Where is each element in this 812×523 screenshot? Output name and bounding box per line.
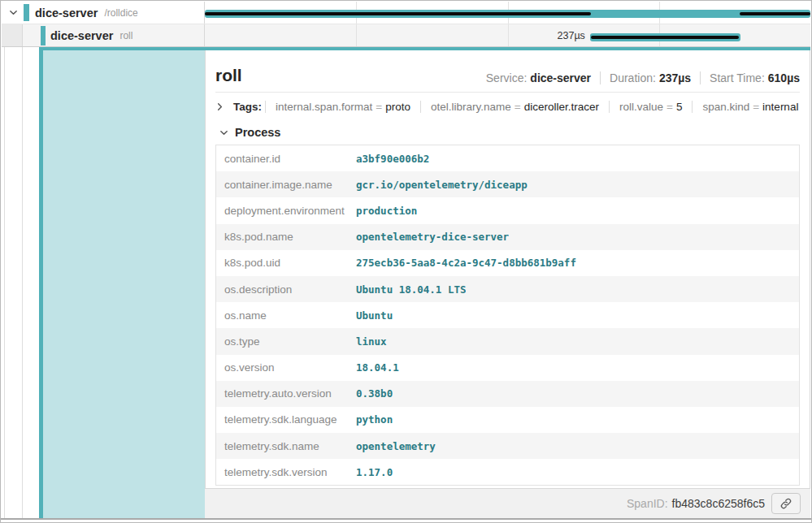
stat-start-time-value: 610µs <box>768 71 800 84</box>
span-stats: Service:dice-server Duration:237µs Start… <box>477 71 800 84</box>
copy-span-link-button[interactable] <box>771 493 801 514</box>
indent-guide-shade <box>2 24 23 46</box>
critical-path-segment <box>205 12 591 15</box>
stat-duration: Duration:237µs <box>600 71 700 84</box>
table-row: os.version18.04.1 <box>216 355 799 381</box>
process-kv-table: container.ida3bf90e006b2 container.image… <box>215 145 800 486</box>
span-title: roll <box>215 67 242 84</box>
tag-item: otel.library.name=diceroller.tracer <box>420 101 609 113</box>
spanid-value: fb483c8c6258f6c5 <box>672 497 765 510</box>
tag-item: internal.span.format=proto <box>265 101 420 113</box>
span-detail-card: roll Service:dice-server Duration:237µs … <box>205 50 810 489</box>
table-row: os.descriptionUbuntu 18.04.1 LTS <box>216 276 799 302</box>
span-detail-region: roll Service:dice-server Duration:237µs … <box>205 47 810 518</box>
selected-span-highlight <box>43 47 205 518</box>
span-color-bar <box>24 4 29 21</box>
operation-name: /rolldice <box>104 7 137 19</box>
critical-path-segment <box>591 36 739 39</box>
span-duration-label: 237µs <box>558 30 585 41</box>
table-row: telemetry.sdk.nameopentelemetry <box>216 433 799 459</box>
table-row: k8s.pod.nameopentelemetry-dice-server <box>216 224 799 250</box>
process-accordion[interactable]: Process <box>215 120 800 145</box>
table-row: os.typelinux <box>216 328 799 354</box>
span-name-cell-rolldice[interactable]: dice-server /rolldice <box>2 2 205 24</box>
span-row-rolldice[interactable]: dice-server /rolldice <box>2 2 810 24</box>
span-bar-roll[interactable] <box>590 33 740 41</box>
indent-guide-line <box>4 47 5 518</box>
timeline-tick <box>508 24 509 46</box>
link-icon <box>779 497 792 510</box>
span-name-cell-roll[interactable]: dice-server roll <box>2 24 205 46</box>
stat-service: Service:dice-server <box>477 71 600 84</box>
table-row: deployment.environmentproduction <box>216 197 799 223</box>
stat-service-value: dice-server <box>530 71 591 84</box>
detail-footer: SpanID: fb483c8c6258f6c5 <box>205 489 810 518</box>
span-color-bar <box>41 26 46 45</box>
stat-duration-value: 237µs <box>659 71 691 84</box>
window-bottom-border <box>1 518 811 520</box>
critical-path-segment <box>740 12 810 15</box>
detail-card-header: roll Service:dice-server Duration:237µs … <box>215 50 800 93</box>
table-row: container.image.namegcr.io/opentelemetry… <box>216 171 799 197</box>
service-name: dice-server <box>50 29 113 42</box>
operation-name: roll <box>119 30 132 41</box>
table-row: telemetry.sdk.version1.17.0 <box>216 459 799 485</box>
span-row-roll[interactable]: dice-server roll 237µs <box>2 24 810 47</box>
span-detail-row: roll Service:dice-server Duration:237µs … <box>2 47 810 518</box>
timeline-row-roll: 237µs <box>205 24 810 46</box>
process-header-label: Process <box>235 126 280 139</box>
tag-item: span.kind=internal <box>692 101 808 113</box>
chevron-right-icon[interactable] <box>215 102 224 111</box>
service-name: dice-server <box>35 6 98 19</box>
span-bar-rolldice[interactable] <box>205 10 810 18</box>
chevron-down-icon[interactable] <box>7 8 20 17</box>
table-row: container.ida3bf90e006b2 <box>216 145 799 171</box>
tags-header: Tags: <box>233 101 262 113</box>
table-row: telemetry.sdk.languagepython <box>216 407 799 433</box>
chevron-down-icon[interactable] <box>217 128 230 137</box>
table-row: telemetry.auto.version0.38b0 <box>216 381 799 407</box>
indent-guide-line <box>22 47 23 518</box>
timeline-row-rolldice <box>205 2 810 24</box>
tags-accordion[interactable]: Tags: internal.span.format=proto otel.li… <box>215 93 800 120</box>
timeline-tick <box>356 24 357 46</box>
table-row: k8s.pod.uid275ecb36-5aa8-4c2a-9c47-d8bb6… <box>216 250 799 276</box>
spanid-label: SpanID: <box>627 497 668 510</box>
table-row: os.nameUbuntu <box>216 302 799 328</box>
tag-item: roll.value=5 <box>609 101 692 113</box>
stat-start-time: Start Time:610µs <box>700 71 800 84</box>
trace-detail-window: dice-server /rolldice dice-server roll 2… <box>0 0 812 523</box>
tree-indent-column <box>2 47 39 518</box>
